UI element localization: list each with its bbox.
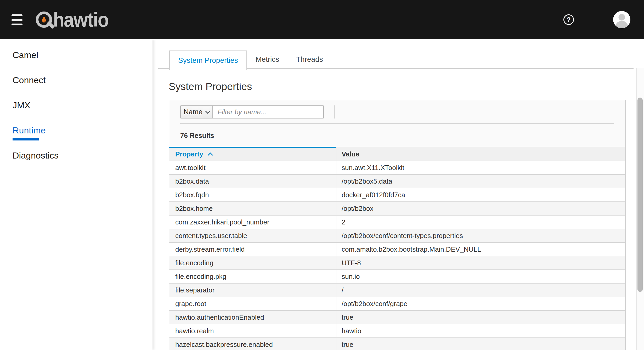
sidebar-item-label: Camel — [13, 50, 38, 60]
table-row: hawtio.realm hawtio — [169, 324, 625, 338]
column-header-label: Value — [342, 150, 359, 158]
table-row: grape.root /opt/b2box/conf/grape — [169, 297, 625, 311]
sidebar-item-label: Connect — [13, 75, 46, 85]
property-cell: b2box.fqdn — [169, 188, 336, 201]
value-cell: true — [336, 311, 625, 324]
user-avatar[interactable] — [613, 11, 630, 28]
property-cell: awt.toolkit — [169, 161, 336, 174]
help-icon[interactable]: ? — [563, 14, 574, 25]
value-cell: /opt/b2box/conf/content-types.properties — [336, 229, 625, 242]
column-header-property[interactable]: Property — [169, 147, 336, 161]
column-header-value[interactable]: Value — [336, 147, 625, 161]
sidebar-item-diagnostics[interactable]: Diagnostics — [0, 143, 152, 168]
property-cell: hawtio.authenticationEnabled — [169, 311, 336, 324]
sidebar-item-connect[interactable]: Connect — [0, 67, 152, 93]
scrollbar-track[interactable] — [636, 68, 644, 350]
table-row: file.encoding UTF-8 — [169, 256, 625, 270]
table-row: file.separator / — [169, 284, 625, 297]
value-cell: com.amalto.b2box.bootstrap.Main.DEV_NULL — [336, 243, 625, 256]
property-cell: com.zaxxer.hikari.pool_number — [169, 216, 336, 229]
filter-attribute-dropdown[interactable]: Name — [180, 105, 213, 118]
property-cell: hawtio.realm — [169, 324, 336, 337]
flame-icon — [41, 15, 47, 24]
page-title: System Properties — [169, 80, 626, 93]
table-row: hawtio.authenticationEnabled true — [169, 311, 625, 324]
value-cell: hawtio — [336, 324, 625, 337]
property-cell: grape.root — [169, 297, 336, 310]
value-cell: UTF-8 — [336, 256, 625, 269]
scrollbar-thumb[interactable] — [637, 98, 643, 292]
value-cell: /opt/b2box/conf/grape — [336, 297, 625, 310]
table-row: b2box.home /opt/b2box — [169, 202, 625, 216]
value-cell: sun.io — [336, 270, 625, 283]
table-row: hazelcast.backpressure.enabled true — [169, 338, 625, 350]
table-header-row: Property Value — [169, 147, 625, 161]
table-row: awt.toolkit sun.awt.X11.XToolkit — [169, 161, 625, 175]
property-cell: b2box.data — [169, 175, 336, 188]
tab-label: Metrics — [256, 55, 279, 64]
property-cell: b2box.home — [169, 202, 336, 215]
tab-bar: System Properties Metrics Threads — [158, 50, 634, 69]
results-count: 76 Results — [169, 124, 625, 147]
sidebar-item-label: Diagnostics — [13, 150, 59, 161]
table-row: com.zaxxer.hikari.pool_number 2 — [169, 216, 625, 229]
table-row: file.encoding.pkg sun.io — [169, 270, 625, 284]
filter-attribute-label: Name — [184, 108, 202, 116]
tab-threads[interactable]: Threads — [288, 50, 331, 68]
tab-label: System Properties — [178, 56, 238, 65]
value-cell: docker_af012f0fd7ca — [336, 188, 625, 201]
value-cell: sun.awt.X11.XToolkit — [336, 161, 625, 174]
property-cell: derby.stream.error.field — [169, 243, 336, 256]
masthead: hawtio ? — [0, 0, 644, 39]
toolbar-divider — [334, 105, 335, 118]
properties-table: Property Value awt.toolkit sun.awt.X11.X… — [169, 147, 625, 350]
property-cell: file.encoding.pkg — [169, 270, 336, 283]
column-header-label: Property — [175, 150, 203, 158]
sidebar-item-label: JMX — [13, 100, 30, 110]
brand-logo[interactable]: hawtio — [36, 0, 115, 39]
sidebar-nav: Camel Connect JMX Runtime Diagnostics — [0, 39, 152, 350]
property-cell: file.separator — [169, 284, 336, 297]
property-cell: file.encoding — [169, 256, 336, 269]
value-cell: 2 — [336, 216, 625, 229]
filter-toolbar: Name — [169, 100, 625, 118]
value-cell: / — [336, 284, 625, 297]
brand-title: hawtio — [53, 0, 109, 39]
value-cell: /opt/b2box5.data — [336, 175, 625, 188]
sidebar-item-label: Runtime — [13, 125, 46, 136]
property-cell: content.types.user.table — [169, 229, 336, 242]
main-content: System Properties Metrics Threads System… — [152, 39, 644, 350]
sidebar-item-jmx[interactable]: JMX — [0, 93, 152, 118]
sidebar-item-camel[interactable]: Camel — [0, 42, 152, 67]
sidebar-item-runtime[interactable]: Runtime — [0, 118, 152, 143]
sort-ascending-icon — [207, 153, 213, 156]
value-cell: true — [336, 338, 625, 350]
active-nav-underline — [13, 138, 39, 140]
tab-system-properties[interactable]: System Properties — [169, 50, 247, 70]
tab-label: Threads — [296, 55, 323, 64]
magnifier-flame-icon — [36, 12, 52, 28]
hamburger-menu-icon[interactable] — [12, 14, 25, 25]
chevron-down-icon — [205, 109, 210, 114]
system-properties-card: Name 76 Results Property — [169, 100, 626, 350]
table-row: b2box.fqdn docker_af012f0fd7ca — [169, 188, 625, 202]
table-row: content.types.user.table /opt/b2box/conf… — [169, 229, 625, 243]
filter-input[interactable] — [213, 105, 324, 118]
table-row: derby.stream.error.field com.amalto.b2bo… — [169, 243, 625, 256]
table-row: b2box.data /opt/b2box5.data — [169, 175, 625, 188]
tab-metrics[interactable]: Metrics — [247, 50, 287, 68]
person-icon — [613, 11, 630, 28]
table-body: awt.toolkit sun.awt.X11.XToolkit b2box.d… — [169, 161, 625, 350]
filter-group: Name — [180, 105, 324, 118]
value-cell: /opt/b2box — [336, 202, 625, 215]
property-cell: hazelcast.backpressure.enabled — [169, 338, 336, 350]
